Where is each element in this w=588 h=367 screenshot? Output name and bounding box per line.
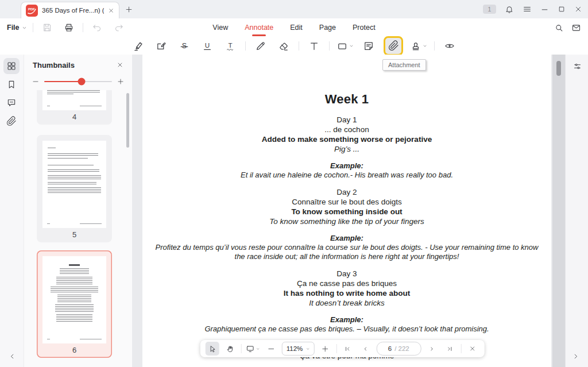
- collapse-right-icon[interactable]: [570, 351, 581, 361]
- mini-text: [48, 187, 101, 193]
- attachment-tool-button[interactable]: [384, 36, 403, 56]
- attachment-tooltip: Attachment: [382, 59, 426, 71]
- area-highlight-icon[interactable]: [153, 38, 169, 54]
- total-pages: / 222: [394, 345, 409, 352]
- thumbnail-page-6[interactable]: 6: [37, 250, 112, 358]
- zoom-in-icon[interactable]: [117, 78, 124, 85]
- right-sidebar: [565, 55, 588, 367]
- attachment-icon: [388, 40, 399, 51]
- doc-day-title: Day 3: [142, 269, 551, 279]
- mini-text: [48, 148, 56, 149]
- view-toolbar: 112% 6 / 222: [200, 340, 485, 357]
- zoom-out-icon[interactable]: [264, 342, 278, 356]
- account-badge[interactable]: 1: [483, 5, 496, 14]
- eraser-icon[interactable]: [276, 38, 292, 54]
- page-number-input[interactable]: 6 / 222: [376, 342, 421, 356]
- doc-day-title: Day 2: [142, 187, 551, 197]
- mini-text: [48, 175, 101, 179]
- divider: [299, 41, 299, 51]
- presentation-mode-button[interactable]: [246, 344, 260, 353]
- sidebar-thumbnails-button[interactable]: [3, 58, 20, 74]
- thumbnail-page-number: 6: [42, 343, 106, 354]
- annotate-toolbar: S U T: [0, 37, 588, 55]
- main-menu: View Annotate Edit Page Protect: [0, 18, 588, 37]
- doc-section-day2: Day 2 Connaître sur le bout des doigts T…: [142, 187, 551, 261]
- thumbnail-page-5[interactable]: 5: [37, 135, 112, 242]
- doc-example-line: Graphiquement ça ne casse pas des brique…: [142, 324, 551, 334]
- close-toolbar-icon[interactable]: [465, 342, 479, 356]
- hand-tool-icon[interactable]: [223, 342, 237, 356]
- divider: [336, 344, 336, 353]
- menu-view[interactable]: View: [212, 22, 229, 33]
- first-page-icon[interactable]: [341, 342, 354, 356]
- divider: [461, 344, 461, 353]
- mini-text: [57, 295, 91, 302]
- tab-close-icon[interactable]: [108, 7, 114, 14]
- pencil-icon[interactable]: [253, 38, 269, 54]
- thumbnail-page-4[interactable]: 4: [37, 90, 112, 125]
- sidebar-comment-button[interactable]: [3, 95, 20, 111]
- slider-handle[interactable]: [78, 78, 85, 86]
- mini-text: [60, 268, 89, 274]
- shape-tool-button[interactable]: [336, 40, 354, 52]
- text-icon[interactable]: [306, 38, 322, 54]
- app-menu-icon[interactable]: [523, 5, 532, 14]
- show-hide-annotations-icon[interactable]: [442, 38, 458, 54]
- search-icon[interactable]: [554, 23, 564, 33]
- cursor-tool-icon[interactable]: [206, 342, 219, 356]
- panel-close-icon[interactable]: [117, 61, 123, 68]
- squiggly-underline-icon[interactable]: T: [222, 38, 238, 54]
- underline-icon[interactable]: U: [199, 38, 215, 54]
- pdf-page[interactable]: Week 1 Day 1 ... de cochon Added to make…: [142, 55, 551, 367]
- prev-page-icon[interactable]: [358, 342, 372, 356]
- thumbnail-zoom-slider-row: [24, 75, 132, 88]
- thumbnail-page-number: 4: [42, 110, 106, 121]
- doc-phrase: Ça ne casse pas des briques: [142, 279, 551, 288]
- zoom-in-icon[interactable]: [318, 342, 332, 356]
- doc-example-line: Et il avait une haleine de cochon.- His …: [142, 171, 551, 180]
- mini-text: [47, 90, 100, 92]
- menu-protect[interactable]: Protect: [352, 22, 376, 33]
- window-maximize-icon[interactable]: [558, 5, 566, 13]
- document-scrollbar-thumb[interactable]: [556, 61, 561, 76]
- highlight-icon[interactable]: [130, 38, 146, 54]
- divider: [434, 41, 435, 51]
- panel-settings-icon[interactable]: [571, 60, 583, 72]
- new-tab-button[interactable]: [124, 5, 133, 14]
- collapse-left-icon[interactable]: [7, 351, 17, 361]
- window-minimize-icon[interactable]: [540, 5, 549, 14]
- thumbnail-size-slider[interactable]: [44, 81, 112, 82]
- zoom-level-select[interactable]: 112%: [282, 342, 315, 356]
- mail-icon[interactable]: [571, 23, 581, 33]
- doc-literal: To know something like the tip of your f…: [142, 217, 551, 226]
- doc-phrase: ... de cochon: [142, 125, 551, 134]
- thumbnail-page-number: 5: [42, 228, 106, 239]
- panel-scrollbar[interactable]: [126, 93, 129, 148]
- sidebar-attachment-button[interactable]: [3, 113, 20, 129]
- doc-example-label: Example:: [142, 233, 551, 243]
- notification-bell-icon[interactable]: [505, 5, 514, 14]
- menu-annotate[interactable]: Annotate: [244, 22, 274, 33]
- menu-page[interactable]: Page: [319, 22, 336, 33]
- body-area: Thumbnails: [0, 55, 588, 367]
- mini-text: [69, 264, 80, 266]
- titlebar-controls: 1: [483, 0, 582, 18]
- next-page-icon[interactable]: [425, 342, 439, 356]
- doc-example-line: Profitez du temps qu’il vous reste pour …: [142, 243, 551, 252]
- sticky-note-icon[interactable]: [361, 38, 377, 54]
- zoom-out-icon[interactable]: [32, 78, 39, 85]
- strikethrough-icon[interactable]: S: [176, 38, 192, 54]
- stamp-tool-button[interactable]: [410, 40, 427, 52]
- document-tab[interactable]: PDF 365 Days of Fre...n) ( PDFDrive ): [21, 2, 119, 18]
- sidebar-bookmark-button[interactable]: [3, 76, 20, 92]
- svg-text:U: U: [205, 41, 210, 48]
- window-close-icon[interactable]: [574, 5, 582, 13]
- menu-edit[interactable]: Edit: [289, 22, 303, 33]
- divider: [329, 41, 330, 51]
- last-page-icon[interactable]: [443, 342, 457, 356]
- current-page: 6: [388, 345, 392, 352]
- tab-title: 365 Days of Fre...n) ( PDFDrive ): [42, 7, 104, 14]
- document-scrollbar-track[interactable]: [552, 55, 566, 367]
- doc-meaning: Added to make something worse or pejorat…: [142, 134, 551, 144]
- divider: [241, 344, 242, 353]
